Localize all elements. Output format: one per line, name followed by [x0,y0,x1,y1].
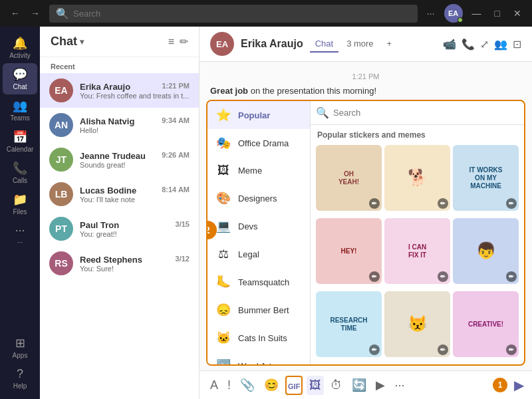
chat-avatar-jeanne: JT [49,148,73,172]
sticker-cell-2[interactable]: IT WORKSON MYMACHINE ✏ [453,145,519,211]
chat-info-lucas: Lucas Bodine 8:14 AM You: I'll take note [80,186,190,203]
chat-toolbar: A ! 📎 😊 GIF 🖼 ⏱ 🔄 ▶ ··· 1 ▶ [200,370,532,399]
chat-name-lucas: Lucas Bodine 8:14 AM [80,186,190,196]
sidebar-title-text: Chat [51,35,77,49]
tab-more[interactable]: 3 more [341,36,378,53]
sticker-cat-designers[interactable]: 🎨 Designers [207,184,310,212]
chat-preview-erika: You: Fresh coffee and treats in t... [80,92,190,100]
attach-button[interactable]: 📎 [237,375,257,395]
chat-item-lucas[interactable]: LB Lucas Bodine 8:14 AM You: I'll take n… [40,177,199,211]
cat-icon-word-art: 🔤 [215,358,231,364]
forward-button[interactable]: → [27,5,44,21]
sidebar-item-calendar[interactable]: 📅 Calendar [3,126,37,157]
sidebar-item-teams[interactable]: 👥 Teams [3,94,37,126]
video-button[interactable]: ▶ [373,375,388,395]
chat-item-jeanne[interactable]: JT Jeanne Trudeau 9:26 AM Sounds great! [40,142,199,177]
sticker-edit-1[interactable]: ✏ [438,198,448,209]
sidebar-item-chat[interactable]: 💬 Chat [3,63,37,94]
urgent-button[interactable]: ! [225,376,233,395]
chat-item-paul[interactable]: PT Paul Tron 3/15 You: great!! [40,211,199,246]
sticker-cell-5[interactable]: 👦 ✏ [453,218,519,284]
search-icon: 🔍 [56,7,69,20]
close-button[interactable]: ✕ [509,7,525,20]
emoji-button[interactable]: 😊 [261,375,281,395]
sticker-cell-7[interactable]: 😾 ✏ [384,291,450,357]
sticker-cat-meme[interactable]: 🖼 Meme [207,157,310,184]
sticker-edit-7[interactable]: ✏ [438,344,448,355]
screen-share-button[interactable]: ⤢ [480,38,489,51]
sticker-edit-2[interactable]: ✏ [506,198,517,209]
chat-avatar-reed: RS [49,251,73,275]
sticker-cat-devs[interactable]: 💻 Devs [207,212,310,240]
sticker-search-input[interactable] [333,108,519,118]
cat-label-designers: Designers [238,194,277,203]
sticker-edit-5[interactable]: ✏ [506,271,517,282]
tab-add[interactable]: + [382,36,398,53]
sticker-edit-0[interactable]: ✏ [369,198,380,209]
sticker-cat-legal[interactable]: ⚖ Legal [207,240,310,268]
toolbar-more-button[interactable]: ··· [392,376,407,395]
sticker-edit-3[interactable]: ✏ [369,271,380,282]
loop-button[interactable]: 🔄 [349,375,369,395]
chat-preview-lucas: You: I'll take note [80,196,190,203]
sticker-cat-teamsquatch[interactable]: 🦶 Teamsquatch [207,268,310,296]
chat-name-jeanne: Jeanne Trudeau 9:26 AM [80,151,190,161]
gif-button[interactable]: GIF [285,376,303,395]
format-button[interactable]: A [207,376,221,395]
chat-header-tabs: Chat 3 more + [310,36,398,53]
sticker-cat-word-art[interactable]: 🔤 Word Art [207,352,310,364]
cat-label-word-art: Word Art [238,361,271,365]
sticker-cat-bummer-bert[interactable]: 😞 Bummer Bert [207,296,310,324]
sticker-cat-office-drama[interactable]: 🎭 Office Drama [207,129,310,157]
restore-button[interactable]: □ [491,7,504,20]
message-time: 1:21 PM [210,72,521,80]
chat-item-erika[interactable]: EA Erika Araujo 1:21 PM You: Fresh coffe… [40,73,199,108]
filter-button[interactable]: ≡ [168,35,174,48]
sticker-grid-label: Popular stickers and memes [311,125,524,142]
more-icon: ··· [15,223,25,237]
sticker-cat-cats-in-suits[interactable]: 🐱 Cats In Suits [207,324,310,352]
global-search-bar[interactable]: 🔍 [49,5,418,23]
audio-call-button[interactable]: 📞 [462,38,475,51]
chat-item-alisha[interactable]: AN Alisha Natvig 9:34 AM Hello! [40,108,199,142]
back-button[interactable]: ← [7,5,24,21]
sticker-edit-6[interactable]: ✏ [369,344,380,355]
sticker-cell-1[interactable]: 🐕 ✏ [384,145,450,211]
tab-chat[interactable]: Chat [310,36,338,53]
sticker-cat-popular[interactable]: ⭐ Popular [207,101,310,129]
more-button[interactable]: ··· [423,7,439,20]
sticker-cell-4[interactable]: I CANFIX IT ✏ [384,218,450,284]
sidebar-item-files[interactable]: 📁 Files [3,188,37,219]
chat-item-reed[interactable]: RS Reed Stephens 3/12 You: Sure! [40,246,199,281]
sticker-cell-0[interactable]: OHYEAH! ✏ [316,145,382,211]
sticker-cell-6[interactable]: RESEARCHTIME ✏ [316,291,382,357]
sticker-edit-8[interactable]: ✏ [506,344,517,355]
participants-button[interactable]: 👥 [494,38,507,51]
app-body: 🔔 Activity💬 Chat👥 Teams📅 Calendar📞 Calls… [0,27,532,399]
sidebar: Chat ▾ ≡ ✏ Recent EA Erika Araujo 1:21 P… [40,27,200,399]
chat-avatar-alisha: AN [49,113,73,137]
minimize-button[interactable]: — [468,7,485,20]
sidebar-item-activity[interactable]: 🔔 Activity [3,32,37,63]
sidebar-item-calls[interactable]: 📞 Calls [3,157,37,188]
send-button[interactable]: ▶ [514,377,524,393]
sticker-cell-8[interactable]: CREATIVE! ✏ [453,291,519,357]
compose-button[interactable]: ✏ [180,35,188,48]
more-options-button[interactable]: ⊡ [513,38,521,51]
rail-label-files: Files [13,208,27,215]
sidebar-item-more[interactable]: ··· ··· [3,219,37,250]
video-call-button[interactable]: 📹 [443,38,456,51]
avatar[interactable]: EA [444,4,463,23]
rail-label-help: Help [13,382,27,390]
cat-icon-bummer-bert: 😞 [215,303,231,317]
global-search-input[interactable] [73,9,411,19]
meet-button[interactable]: ⏱ [328,376,345,395]
rail-label-chat: Chat [13,83,27,90]
sticker-cell-3[interactable]: HEY! ✏ [316,218,382,284]
chat-info-alisha: Alisha Natvig 9:34 AM Hello! [80,116,190,134]
sidebar-item-help[interactable]: ? Help [3,363,37,394]
sidebar-item-apps[interactable]: ⊞ Apps [3,332,37,363]
sticker-edit-4[interactable]: ✏ [438,271,448,282]
sticker-search-bar[interactable]: 🔍 [311,101,524,125]
sticker-button[interactable]: 🖼 [307,376,324,395]
